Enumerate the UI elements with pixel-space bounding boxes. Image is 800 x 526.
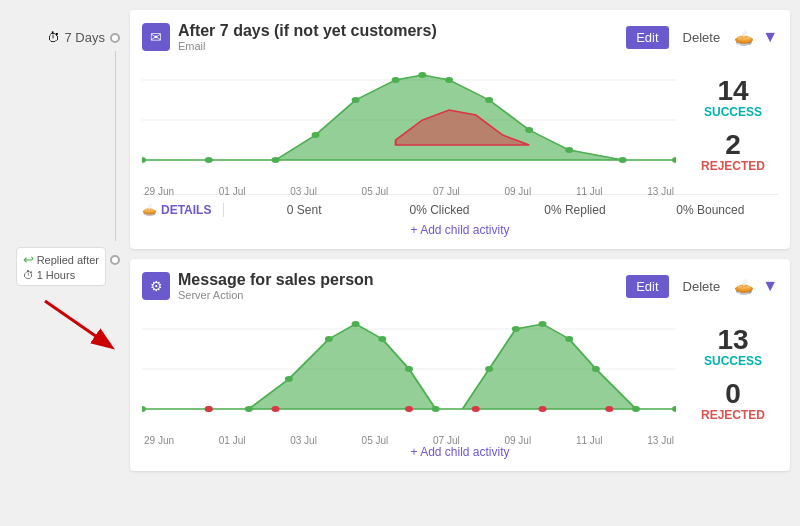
svg-point-39 [672, 406, 676, 412]
svg-point-24 [142, 406, 146, 412]
svg-point-32 [432, 406, 440, 412]
server-action-icon: ⚙ [142, 272, 170, 300]
card1-rejected-label: REJECTED [688, 159, 778, 173]
svg-point-29 [352, 321, 360, 327]
card2-filter-icon[interactable]: ▼ [762, 277, 778, 295]
svg-point-27 [285, 376, 293, 382]
red-arrow [40, 296, 120, 360]
hours-clock-icon: ⏱ [23, 269, 34, 281]
days-label: 7 Days [65, 30, 105, 45]
svg-point-18 [619, 157, 627, 163]
svg-point-35 [538, 321, 546, 327]
svg-point-45 [605, 406, 613, 412]
activity-card-1: ✉ After 7 days (if not yet customers) Em… [130, 10, 790, 249]
svg-point-26 [245, 406, 253, 412]
card2-delete-button[interactable]: Delete [677, 275, 727, 298]
svg-point-28 [325, 336, 333, 342]
svg-point-14 [445, 77, 453, 83]
card1-sent[interactable]: 0 Sent [236, 203, 371, 217]
card2-subtitle: Server Action [178, 289, 618, 301]
svg-point-19 [672, 157, 676, 163]
card2-rejected-label: REJECTED [688, 408, 778, 422]
card2-success-label: SUCCESS [688, 354, 778, 368]
card2-chart-labels: 29 Jun01 Jul03 Jul05 Jul 07 Jul09 Jul11 … [142, 435, 676, 446]
card1-bounced[interactable]: 0% Bounced [643, 203, 778, 217]
card1-subtitle: Email [178, 40, 618, 52]
svg-point-38 [632, 406, 640, 412]
node-dot-2 [110, 255, 120, 265]
activity-card-2: ⚙ Message for sales person Server Action… [130, 259, 790, 471]
svg-point-9 [271, 157, 279, 163]
card2-title: Message for sales person [178, 271, 618, 289]
card1-replied[interactable]: 0% Replied [507, 203, 642, 217]
svg-point-7 [142, 157, 146, 163]
svg-point-11 [352, 97, 360, 103]
svg-line-1 [45, 301, 110, 346]
svg-point-33 [485, 366, 493, 372]
svg-point-31 [405, 366, 413, 372]
svg-point-17 [565, 147, 573, 153]
card2-edit-button[interactable]: Edit [626, 275, 668, 298]
card1-rejected-count: 2 [688, 131, 778, 159]
svg-point-40 [205, 406, 213, 412]
left-sidebar: ⏱ 7 Days ↩ Replied after ⏱ 1 Hours [10, 10, 130, 516]
svg-point-42 [405, 406, 413, 412]
card2-success-count: 13 [688, 326, 778, 354]
card1-title: After 7 days (if not yet customers) [178, 22, 618, 40]
card1-edit-button[interactable]: Edit [626, 26, 668, 49]
card2-add-child[interactable]: + Add child activity [142, 445, 778, 459]
svg-point-44 [538, 406, 546, 412]
card2-rejected-count: 0 [688, 380, 778, 408]
svg-point-37 [592, 366, 600, 372]
svg-point-41 [271, 406, 279, 412]
card2-chart: 29 Jun01 Jul03 Jul05 Jul 07 Jul09 Jul11 … [142, 309, 676, 439]
svg-point-12 [392, 77, 400, 83]
replied-after-box: ↩ Replied after ⏱ 1 Hours [16, 247, 106, 286]
svg-point-8 [205, 157, 213, 163]
content-area: ✉ After 7 days (if not yet customers) Em… [130, 10, 790, 516]
card1-success-count: 14 [688, 77, 778, 105]
card2-stats: 13 SUCCESS 0 REJECTED [688, 309, 778, 439]
card1-delete-button[interactable]: Delete [677, 26, 727, 49]
card1-filter-icon[interactable]: ▼ [762, 28, 778, 46]
card2-pie-icon[interactable]: 🥧 [734, 277, 754, 296]
svg-point-15 [485, 97, 493, 103]
svg-point-10 [312, 132, 320, 138]
card1-clicked[interactable]: 0% Clicked [372, 203, 507, 217]
email-icon: ✉ [142, 23, 170, 51]
reply-icon: ↩ [23, 252, 34, 267]
card1-stats: 14 SUCCESS 2 REJECTED [688, 60, 778, 190]
card1-pie-icon[interactable]: 🥧 [734, 28, 754, 47]
card1-details-button[interactable]: 🥧 DETAILS [142, 203, 224, 217]
clock-icon: ⏱ [47, 30, 60, 45]
svg-point-13 [418, 72, 426, 78]
svg-point-43 [472, 406, 480, 412]
card1-success-label: SUCCESS [688, 105, 778, 119]
node-dot-1 [110, 33, 120, 43]
card1-add-child[interactable]: + Add child activity [142, 223, 778, 237]
svg-point-36 [565, 336, 573, 342]
card1-chart-labels: 29 Jun01 Jul03 Jul05 Jul 07 Jul09 Jul11 … [142, 186, 676, 197]
svg-point-30 [378, 336, 386, 342]
details-pie-icon: 🥧 [142, 203, 157, 217]
svg-point-34 [512, 326, 520, 332]
card1-details-bar: 🥧 DETAILS 0 Sent 0% Clicked 0% Replied 0… [142, 194, 778, 217]
card1-chart: 29 Jun01 Jul03 Jul05 Jul 07 Jul09 Jul11 … [142, 60, 676, 190]
svg-point-16 [525, 127, 533, 133]
svg-marker-5 [142, 75, 676, 160]
